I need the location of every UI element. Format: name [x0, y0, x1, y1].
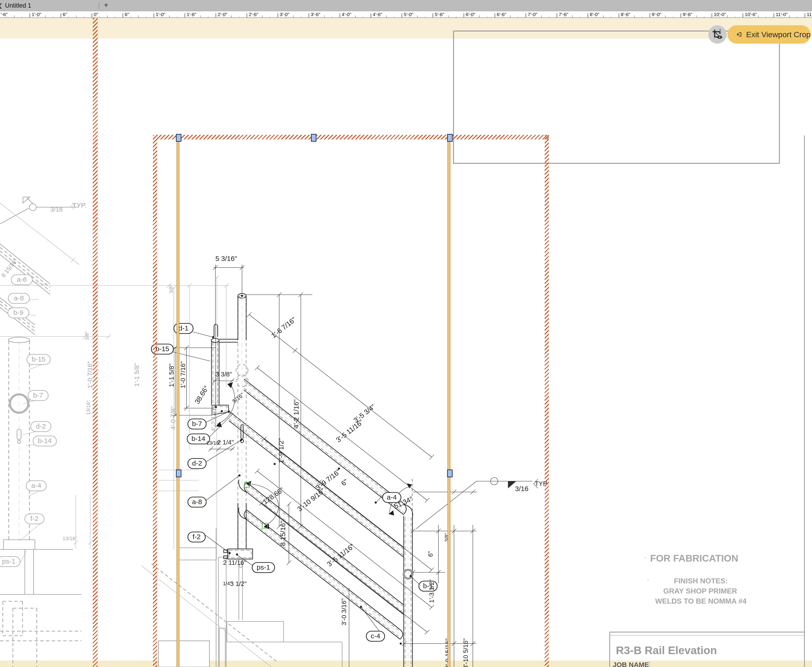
ruler-label: 10'-0" [714, 12, 726, 17]
crop-handle-top-left[interactable] [176, 134, 181, 142]
dim-label: 3 1/2" [230, 580, 247, 587]
title-block-drawing-title: R3-B Rail Elevation [616, 644, 717, 657]
exit-viewport-crop-label: Exit Viewport Crop [746, 30, 810, 39]
tab-bar: ❮ Untitled 1 + [0, 0, 812, 11]
crop-rectangle-left-edge[interactable] [177, 137, 179, 667]
document-tab[interactable]: Untitled 1 [5, 2, 31, 9]
drawing-geometry [425, 630, 429, 634]
dim-label: 128.66° [262, 486, 285, 506]
ruler-label: 1'-0" [32, 12, 41, 17]
callout-label: d-2 [36, 422, 46, 430]
ruler-label: 8'-6" [621, 12, 630, 17]
new-tab-button[interactable]: + [104, 0, 108, 10]
note-bullet: · [644, 553, 646, 562]
crop-handle-right-mid[interactable] [447, 470, 452, 477]
dim-label: 13/16" [63, 536, 77, 541]
drawing-geometry [0, 208, 29, 224]
callout-label: d-1 [179, 324, 188, 332]
dim-label: 6" [427, 551, 434, 557]
drawing-geometry [255, 469, 260, 473]
ruler-label: 4'-6" [373, 12, 382, 17]
drawing-geometry [159, 641, 209, 667]
horizontal-ruler: '-6"1'-0"6"0"6"1'-0"1'-6"2'-0"2'-6"3'-0"… [0, 11, 812, 18]
drawing-geometry [416, 481, 477, 529]
chevron-left-icon[interactable]: ❮ [0, 2, 3, 9]
ruler-label: 5'-6" [435, 12, 444, 17]
dim-label: 2 1/4" [217, 439, 234, 446]
callout-label: a-6 [17, 275, 27, 283]
ruler-label: 7'-0" [528, 12, 537, 17]
dim-label: 3/8" [168, 285, 174, 293]
ruler-label: 6" [125, 12, 129, 17]
drawing-geometry [255, 365, 260, 370]
title-block-job-label: JOB NAME [613, 661, 649, 667]
dim-label: 6" [340, 478, 349, 488]
drawing-geometry [206, 411, 229, 422]
ruler-label: 3'-6" [311, 12, 320, 17]
crop-boundary-hatch-top [153, 135, 549, 139]
exit-icon [737, 29, 742, 40]
crop-rectangle-right-edge[interactable] [447, 137, 450, 667]
drawing-geometry [247, 492, 403, 614]
ruler-label: 6'-6" [497, 12, 506, 17]
drawing-geometry [229, 413, 403, 549]
drawing-geometry [247, 312, 252, 317]
reference-dot [375, 502, 377, 504]
ruler-label: 0" [94, 12, 98, 17]
ruler-label: 11'-6" [807, 12, 812, 17]
dim-label: 3'-10 9/16" [296, 487, 326, 513]
callout-label: a-4 [387, 493, 396, 501]
tab-divider [99, 2, 99, 9]
callout-label: d-2 [192, 460, 202, 467]
dim-label: 1'-9 1/2" [277, 438, 285, 463]
callout-label: f-2 [30, 515, 38, 522]
crop-handle-top-right[interactable] [447, 134, 452, 142]
reference-dot [212, 336, 214, 338]
drawing-geometry [293, 348, 297, 353]
drawing-geometry [429, 455, 434, 460]
crop-boundary-hatch-left [153, 135, 157, 667]
reference-dot [360, 606, 362, 608]
crop-handle-top-mid[interactable] [311, 134, 317, 142]
ruler-label: 4'-0" [342, 12, 351, 17]
dim-label: 4'-2 1/16" [210, 405, 217, 431]
crop-boundary-hatch-right [545, 135, 549, 667]
drawing-geometry [247, 484, 403, 607]
drawing-geometry [247, 490, 403, 612]
ruler-label: 9'-6" [683, 12, 693, 17]
ruler-label: 6" [63, 12, 67, 17]
dim-label: 3/8" [84, 332, 90, 340]
reference-dot [274, 463, 276, 465]
dim-label: 3/16 [50, 206, 63, 213]
callout-label: b-15 [32, 355, 45, 363]
drawing-geometry [429, 605, 434, 610]
dim-label: 38.66° [193, 384, 210, 405]
reference-dot [221, 410, 223, 412]
drawing-geometry [411, 576, 419, 584]
dim-label: 3'-0 3/16" [340, 598, 348, 626]
callout-label: b-14 [38, 437, 52, 445]
callout-label: a-4 [31, 482, 41, 489]
ruler-label: 10'-6" [745, 12, 757, 17]
exit-viewport-crop-button[interactable]: Exit Viewport Crop [727, 25, 810, 44]
drawing-geometry [32, 281, 48, 285]
callout-label: ps-1 [257, 563, 270, 571]
drawing-geometry [247, 515, 400, 634]
ruler-label: '-6" [1, 12, 8, 17]
reference-dot [229, 552, 231, 554]
reference-dot [400, 643, 402, 645]
crop-visibility-button[interactable] [708, 25, 727, 44]
note-finish-line: WELDS TO BE NOMMA #4 [655, 597, 747, 605]
annotation-rectangle [453, 31, 780, 164]
dim-label: 13/16" [85, 401, 91, 415]
dim-label: 2 11/16" [223, 559, 246, 566]
dim-label: 5 3/16" [215, 255, 237, 262]
ruler-label: 7'-6" [559, 12, 568, 17]
drawing-geometry [20, 551, 27, 563]
sheet-edge-hatch [93, 11, 98, 667]
crop-handle-left-mid[interactable] [176, 470, 181, 477]
drawing-geometry [0, 203, 79, 265]
ruler-label: 8'-0" [590, 12, 599, 17]
callout-label: b-15 [156, 345, 169, 353]
drawing-geometry [29, 314, 36, 316]
